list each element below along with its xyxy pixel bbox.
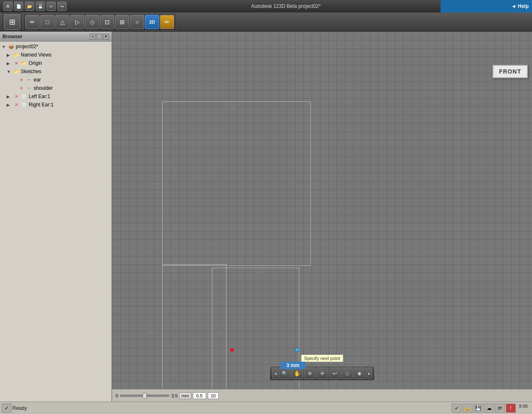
sketches-arrow: ▼	[7, 69, 12, 74]
constraint-right-mid: |≡	[313, 181, 317, 186]
tree-item-left-ear[interactable]: ▶ ✕ ⬜ Left Ear:1	[5, 92, 111, 101]
tooltip-text: Specify next point	[304, 356, 340, 361]
3d-cube-btn[interactable]: ⊞	[4, 14, 20, 30]
left-ear-arrow: ▶	[7, 94, 12, 99]
ruler-numbox[interactable]: 10	[208, 392, 219, 399]
shoulder-sketch-icon: ✏	[26, 85, 32, 91]
pan-btn[interactable]: ✋	[291, 367, 303, 379]
undo-view-btn[interactable]: ↩	[329, 367, 340, 379]
bs-icon-2[interactable]: 🔒	[463, 404, 473, 413]
status-check-icon: ✓	[2, 404, 12, 413]
right-ear-label: Right Ear:1	[29, 102, 54, 108]
save-btn[interactable]: 💾	[36, 2, 45, 11]
ear-label: ear	[34, 77, 41, 83]
select-btn[interactable]: ✛	[316, 367, 328, 379]
tree-item-right-ear[interactable]: ▶ ✕ ⬜ Right Ear:1	[5, 101, 111, 109]
named-views-label: Named Views	[21, 52, 52, 58]
ear-icon: ✕	[18, 76, 25, 83]
browser-header: Browser ≡ _ ✕	[0, 32, 111, 42]
ruler-thumb[interactable]	[143, 393, 147, 399]
split-view-btn[interactable]: ⊡	[100, 15, 114, 29]
constraint-top-center: ≡≡	[229, 105, 234, 110]
bs-icon-3[interactable]: 💾	[473, 404, 483, 413]
ruler-slider-value[interactable]: 0.5	[193, 392, 206, 399]
title-bar: A 📄 📂 💾 ↩ ↪ Autodesk 123D Beta project02…	[0, 0, 532, 12]
main-toolbar: ⊞ ✏ □ △ ▷ ◇ ⊡ ⊞ ○ 2D ✏	[0, 12, 532, 32]
bs-icon-1[interactable]: ✓	[452, 404, 462, 413]
bs-icon-4[interactable]: ☁	[484, 404, 494, 413]
project-icon: 📦	[8, 43, 15, 50]
sketch-mode-btn[interactable]: ✏	[25, 15, 39, 29]
sketches-icon: 📁	[13, 68, 20, 75]
bs-icon-error[interactable]: !	[506, 404, 516, 413]
view-toolbar-group: ⊞	[2, 12, 22, 32]
left-ear-icon: ✕	[13, 93, 20, 100]
front-label: FRONT	[493, 65, 528, 78]
material-btn[interactable]: ◻	[341, 367, 353, 379]
bottom-status-bar: ✓ Ready ✓ 🔒 💾 ☁ ⟳ ! 9:06	[0, 402, 532, 414]
browser-content: ▼ 📦 project02* ▶ 📁 Named Views ▶ ✕ 📁 Ori…	[0, 42, 111, 402]
sketch-tool-btn[interactable]: ✏	[160, 15, 174, 29]
tree-item-project[interactable]: ▼ 📦 project02*	[0, 42, 111, 51]
input-value: 3 mm	[286, 362, 299, 368]
constraint-left-mid: |≡	[155, 181, 159, 186]
right-ear-icon: ✕	[13, 101, 20, 108]
origin-label: Origin	[29, 60, 42, 66]
tree-item-shoulder[interactable]: ▶ ✕ ✏ shoulder	[10, 84, 111, 92]
constraint-bottom-right-1: ≡≡	[259, 269, 264, 274]
time-display: 9:06	[517, 404, 530, 413]
zoom-in-btn[interactable]: 🔍	[279, 367, 291, 379]
new-btn[interactable]: 📄	[14, 2, 23, 11]
tree-item-origin[interactable]: ▶ ✕ 📁 Origin	[5, 59, 111, 67]
zoom-fit-btn[interactable]: ⊕	[304, 367, 315, 379]
tree-item-ear[interactable]: ▶ ✕ ✏ ear	[10, 76, 111, 84]
top-view-btn[interactable]: △	[55, 15, 69, 29]
ruler: 0 3.5 mm 0.5 10	[112, 389, 532, 402]
browser-panel: Browser ≡ _ ✕ ▼ 📦 project02* ▶ 📁 Named V…	[0, 32, 112, 402]
viewport[interactable]: ≡≡ |≡ |≡ ≡≡ ≡≡ |≡ |≡ ✓ FRONT ◂ 🔍 ✋ ⊕ ✛ ↩…	[112, 32, 532, 402]
red-point	[230, 348, 234, 352]
right-ear-body-icon: ⬜	[21, 101, 27, 108]
orbit-btn[interactable]: ○	[130, 15, 144, 29]
browser-collapse-btn[interactable]: _	[96, 34, 102, 39]
front-view-btn[interactable]: □	[40, 15, 54, 29]
origin-folder-icon: 📁	[21, 60, 27, 67]
constraint-bottom-left: ≡≡	[170, 269, 175, 273]
2d-mode-btn[interactable]: 2D	[145, 15, 159, 29]
browser-options-btn[interactable]: ≡	[90, 34, 96, 39]
right-view-btn[interactable]: ▷	[70, 15, 84, 29]
shoulder-label: shoulder	[34, 85, 53, 91]
ruler-left-label: 0	[116, 393, 118, 398]
four-view-btn[interactable]: ⊞	[115, 15, 129, 29]
sketch-rect-main	[162, 101, 311, 266]
app-title: Autodesk 123D Beta project02*	[66, 3, 505, 9]
open-btn[interactable]: 📂	[25, 2, 34, 11]
origin-arrow: ▶	[7, 61, 12, 66]
sketches-label: Sketches	[21, 69, 41, 74]
bs-icon-5[interactable]: ⟳	[495, 404, 505, 413]
collapse-btn[interactable]: ◂	[272, 367, 278, 379]
input-box[interactable]: 3 mm	[281, 362, 305, 369]
status-ready-text: Ready	[12, 405, 451, 411]
ruler-unit: mm	[179, 392, 191, 399]
ruler-scale: 0 3.5 mm 0.5 10	[112, 392, 532, 399]
collapse-right-btn[interactable]: ▸	[366, 367, 372, 379]
ruler-slider[interactable]	[120, 394, 170, 397]
ear-sketch-icon: ✏	[26, 76, 32, 83]
named-views-arrow: ▶	[7, 53, 12, 57]
named-views-icon: 📁	[13, 52, 20, 58]
left-ear-body-icon: ⬜	[21, 93, 27, 100]
help-bar[interactable]: ◄ Help	[441, 0, 532, 12]
display-btn[interactable]: ◉	[354, 367, 365, 379]
browser-close-btn[interactable]: ✕	[103, 34, 109, 39]
tree-item-named-views[interactable]: ▶ 📁 Named Views	[5, 51, 111, 59]
right-ear-arrow: ▶	[7, 103, 12, 107]
iso-view-btn[interactable]: ◇	[85, 15, 99, 29]
undo-btn[interactable]: ↩	[47, 2, 56, 11]
blue-handle[interactable]	[295, 348, 299, 352]
redo-btn[interactable]: ↪	[57, 2, 66, 11]
browser-title: Browser	[2, 34, 22, 39]
origin-icon: ✕	[13, 60, 20, 67]
expand-arrow: ▼	[2, 44, 7, 49]
tree-item-sketches[interactable]: ▼ 📁 Sketches	[5, 67, 111, 76]
